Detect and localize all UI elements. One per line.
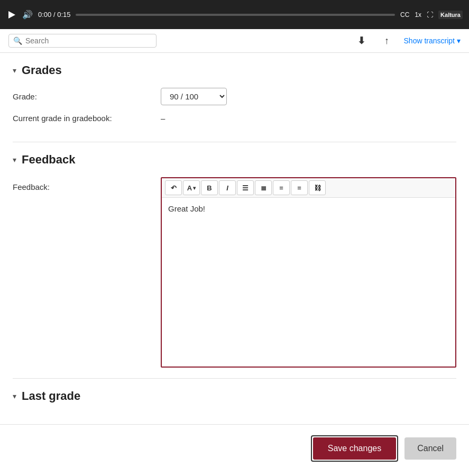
grade-select[interactable]: 90 / 100 80 / 100 70 / 100 100 / 100 bbox=[161, 88, 227, 105]
download-button[interactable]: ⬇ bbox=[353, 33, 370, 48]
ul-icon: ☰ bbox=[242, 184, 249, 192]
search-input[interactable] bbox=[25, 36, 152, 45]
kaltura-logo: Kaltura bbox=[438, 11, 463, 19]
list-group: ☰ ≣ ≡ ≡ bbox=[237, 180, 308, 195]
search-icon: 🔍 bbox=[13, 36, 22, 45]
feedback-editor: ↶ A ▾ B I bbox=[161, 177, 456, 368]
font-group: A ▾ bbox=[183, 180, 200, 195]
video-player: 🔊 0:00 / 0:15 CC 1x ⛶ Kaltura bbox=[0, 0, 469, 29]
grades-title: Grades bbox=[22, 63, 62, 77]
feedback-section: ▾ Feedback Feedback: ↶ A ▾ bbox=[13, 142, 456, 379]
last-grade-section: ▾ Last grade bbox=[13, 379, 456, 424]
toolbar-icons: ⬇ ↑ Show transcript ▾ bbox=[353, 33, 461, 48]
align-right-icon: ≡ bbox=[297, 184, 301, 192]
grade-label: Grade: bbox=[13, 92, 150, 101]
last-grade-section-header[interactable]: ▾ Last grade bbox=[13, 389, 456, 403]
volume-button[interactable]: 🔊 bbox=[22, 10, 33, 20]
font-chevron-icon: ▾ bbox=[193, 185, 196, 191]
ol-icon: ≣ bbox=[261, 184, 266, 192]
search-input-wrap: 🔍 bbox=[8, 34, 157, 48]
grade-field-row: Grade: 90 / 100 80 / 100 70 / 100 100 / … bbox=[13, 88, 456, 105]
last-grade-title: Last grade bbox=[22, 389, 80, 403]
unordered-list-button[interactable]: ☰ bbox=[237, 180, 254, 195]
search-bar: 🔍 ⬇ ↑ Show transcript ▾ bbox=[0, 29, 469, 53]
format-group: B I bbox=[201, 180, 236, 195]
feedback-row: Feedback: ↶ A ▾ bbox=[13, 177, 456, 368]
save-button[interactable]: Save changes bbox=[313, 437, 396, 460]
undo-icon: ↶ bbox=[171, 184, 177, 192]
play-button[interactable] bbox=[6, 10, 17, 20]
ordered-list-button[interactable]: ≣ bbox=[255, 180, 272, 195]
last-grade-chevron-icon: ▾ bbox=[13, 392, 16, 400]
share-button[interactable]: ↑ bbox=[379, 33, 396, 48]
bold-button[interactable]: B bbox=[201, 180, 218, 195]
feedback-chevron-icon: ▾ bbox=[13, 155, 16, 164]
align-right-button[interactable]: ≡ bbox=[291, 180, 308, 195]
fullscreen-button[interactable]: ⛶ bbox=[427, 11, 433, 19]
play-icon bbox=[8, 11, 15, 19]
cancel-button[interactable]: Cancel bbox=[404, 437, 456, 460]
current-grade-field-row: Current grade in gradebook: – bbox=[13, 114, 456, 123]
italic-button[interactable]: I bbox=[219, 180, 236, 195]
link-group: ⛓ bbox=[309, 180, 326, 195]
show-transcript-button[interactable]: Show transcript ▾ bbox=[404, 36, 461, 45]
grades-section: ▾ Grades Grade: 90 / 100 80 / 100 70 / 1… bbox=[13, 53, 456, 142]
link-button[interactable]: ⛓ bbox=[309, 180, 326, 195]
transcript-chevron: ▾ bbox=[457, 36, 461, 45]
time-total: 0:15 bbox=[57, 11, 70, 19]
link-icon: ⛓ bbox=[314, 184, 321, 192]
footer-bar: Save changes Cancel bbox=[0, 424, 469, 472]
bold-icon: B bbox=[207, 184, 211, 192]
editor-body[interactable]: Great Job! bbox=[162, 198, 455, 367]
current-grade-value: – bbox=[161, 114, 165, 123]
editor-toolbar: ↶ A ▾ B I bbox=[162, 178, 455, 198]
italic-icon: I bbox=[226, 184, 228, 192]
align-left-icon: ≡ bbox=[279, 184, 283, 192]
time-display: 0:00 / 0:15 bbox=[38, 11, 70, 19]
speed-button[interactable]: 1x bbox=[415, 11, 421, 19]
undo-button[interactable]: ↶ bbox=[165, 180, 182, 195]
align-left-button[interactable]: ≡ bbox=[273, 180, 290, 195]
time-current: 0:00 bbox=[38, 11, 51, 19]
grades-chevron-icon: ▾ bbox=[13, 66, 16, 75]
save-button-wrapper: Save changes bbox=[311, 435, 398, 462]
undo-group: ↶ bbox=[165, 180, 182, 195]
progress-bar[interactable] bbox=[76, 14, 395, 16]
main-content: ▾ Grades Grade: 90 / 100 80 / 100 70 / 1… bbox=[0, 53, 469, 424]
feedback-label: Feedback: bbox=[13, 177, 150, 191]
feedback-title: Feedback bbox=[22, 153, 76, 167]
cc-button[interactable]: CC bbox=[400, 11, 409, 19]
font-label: A bbox=[187, 184, 192, 192]
show-transcript-label: Show transcript bbox=[404, 36, 455, 45]
current-grade-label: Current grade in gradebook: bbox=[13, 114, 150, 123]
editor-content: Great Job! bbox=[168, 204, 205, 213]
feedback-section-header[interactable]: ▾ Feedback bbox=[13, 153, 456, 167]
grades-section-header[interactable]: ▾ Grades bbox=[13, 63, 456, 77]
font-button[interactable]: A ▾ bbox=[183, 180, 200, 195]
